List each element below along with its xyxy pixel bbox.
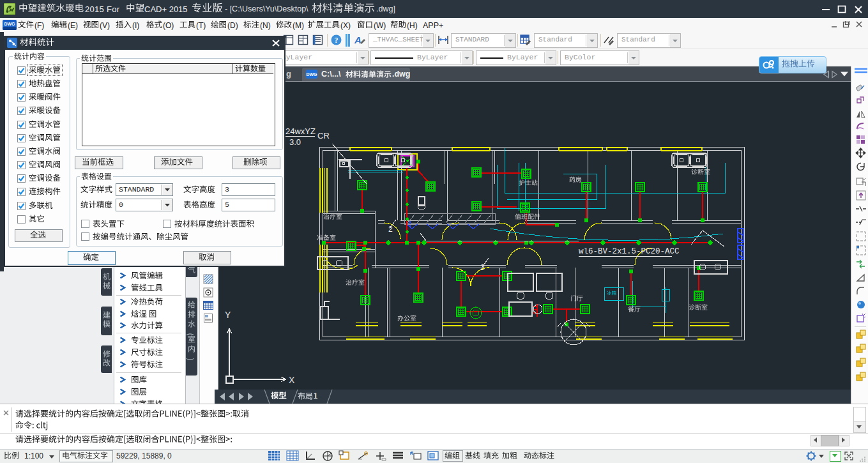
svg-text:?: ?: [335, 36, 339, 45]
svg-text:DWG: DWG: [306, 72, 317, 77]
svg-text:A: A: [354, 34, 362, 45]
svg-text:DWG: DWG: [4, 22, 15, 26]
